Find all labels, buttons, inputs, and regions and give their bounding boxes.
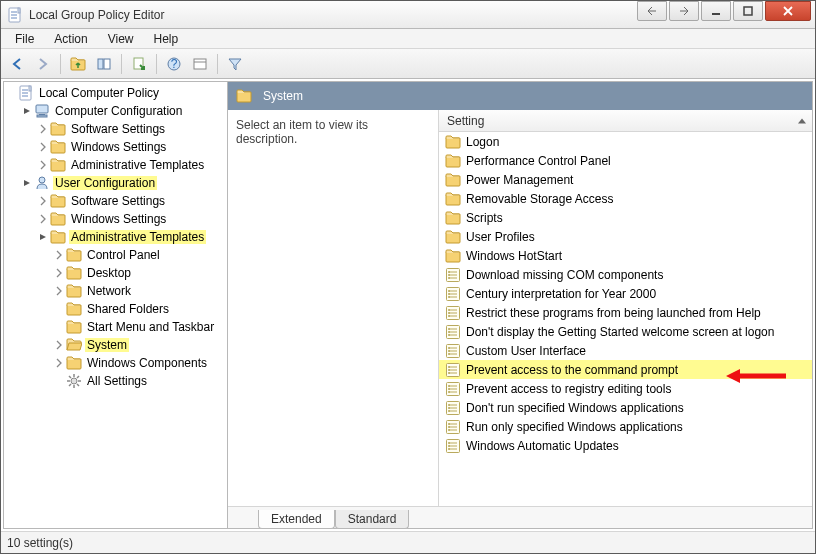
tree-shared-folders[interactable]: Shared Folders xyxy=(52,300,227,318)
folder-icon xyxy=(66,283,82,299)
folder-icon xyxy=(445,229,461,245)
window-title: Local Group Policy Editor xyxy=(29,8,637,22)
expander-icon[interactable] xyxy=(54,340,64,350)
list-item-label: Prevent access to registry editing tools xyxy=(464,382,673,396)
expander-icon[interactable] xyxy=(38,214,48,224)
expander-icon[interactable] xyxy=(6,88,16,98)
list-row[interactable]: Removable Storage Access xyxy=(439,189,812,208)
properties-button[interactable] xyxy=(188,52,212,76)
expander-icon[interactable] xyxy=(54,358,64,368)
list-row[interactable]: Run only specified Windows applications xyxy=(439,417,812,436)
expander-icon[interactable] xyxy=(38,232,48,242)
expander-icon[interactable] xyxy=(54,250,64,260)
setting-icon xyxy=(445,362,461,378)
folder-icon xyxy=(66,247,82,263)
folder-icon xyxy=(445,191,461,207)
list-row[interactable]: Prevent access to registry editing tools xyxy=(439,379,812,398)
svg-rect-27 xyxy=(98,59,103,69)
expander-icon[interactable] xyxy=(38,124,48,134)
list-item-label: Custom User Interface xyxy=(464,344,588,358)
list-row[interactable]: User Profiles xyxy=(439,227,812,246)
settings-list[interactable]: LogonPerformance Control PanelPower Mana… xyxy=(439,132,812,506)
tree-cc-software-settings[interactable]: Software Settings xyxy=(36,120,227,138)
list-item-label: Restrict these programs from being launc… xyxy=(464,306,763,320)
folder-icon xyxy=(445,134,461,150)
tree-network[interactable]: Network xyxy=(52,282,227,300)
toolbar: ? xyxy=(1,49,815,79)
minimize-button[interactable] xyxy=(701,1,731,21)
tree-cc-admin-templates[interactable]: Administrative Templates xyxy=(36,156,227,174)
computer-icon xyxy=(34,103,50,119)
tree-start-menu-taskbar[interactable]: Start Menu and Taskbar xyxy=(52,318,227,336)
tree-uc-windows-settings[interactable]: Windows Settings xyxy=(36,210,227,228)
tree-computer-configuration[interactable]: Computer Configuration xyxy=(20,102,227,120)
tree-uc-admin-templates[interactable]: Administrative Templates xyxy=(36,228,227,246)
setting-icon xyxy=(445,324,461,340)
folder-icon xyxy=(66,319,82,335)
expander-icon[interactable] xyxy=(22,178,32,188)
list-item-label: Don't display the Getting Started welcom… xyxy=(464,325,776,339)
tab-extended[interactable]: Extended xyxy=(258,510,335,529)
close-button[interactable] xyxy=(765,1,811,21)
list-row[interactable]: Power Management xyxy=(439,170,812,189)
tree-control-panel[interactable]: Control Panel xyxy=(52,246,227,264)
list-row[interactable]: Don't display the Getting Started welcom… xyxy=(439,322,812,341)
list-item-label: Scripts xyxy=(464,211,505,225)
list-row[interactable]: Logon xyxy=(439,132,812,151)
tree-label: System xyxy=(85,338,129,352)
show-hide-tree-button[interactable] xyxy=(92,52,116,76)
list-row[interactable]: Windows HotStart xyxy=(439,246,812,265)
main-area: Local Computer Policy Computer Configura… xyxy=(3,81,813,529)
expander-icon[interactable] xyxy=(54,268,64,278)
menu-help[interactable]: Help xyxy=(144,30,189,48)
tab-standard[interactable]: Standard xyxy=(335,510,410,529)
menu-view[interactable]: View xyxy=(98,30,144,48)
expander-icon[interactable] xyxy=(38,160,48,170)
folder-icon xyxy=(66,355,82,371)
help-button[interactable]: ? xyxy=(162,52,186,76)
list-row[interactable]: Century interpretation for Year 2000 xyxy=(439,284,812,303)
list-column-setting[interactable]: Setting xyxy=(439,110,812,132)
folder-icon xyxy=(50,121,66,137)
console-forward-button[interactable] xyxy=(669,1,699,21)
filter-button[interactable] xyxy=(223,52,247,76)
list-column-label: Setting xyxy=(447,114,484,128)
tree-label: Windows Settings xyxy=(69,212,168,226)
up-level-button[interactable] xyxy=(66,52,90,76)
list-row[interactable]: Download missing COM components xyxy=(439,265,812,284)
list-row[interactable]: Custom User Interface xyxy=(439,341,812,360)
tree-windows-components[interactable]: Windows Components xyxy=(52,354,227,372)
list-row[interactable]: Scripts xyxy=(439,208,812,227)
export-list-button[interactable] xyxy=(127,52,151,76)
console-back-button[interactable] xyxy=(637,1,667,21)
tree-label: Network xyxy=(85,284,133,298)
maximize-button[interactable] xyxy=(733,1,763,21)
tree-cc-windows-settings[interactable]: Windows Settings xyxy=(36,138,227,156)
list-row[interactable]: Restrict these programs from being launc… xyxy=(439,303,812,322)
description-pane: Select an item to view its description. xyxy=(228,110,438,506)
list-row[interactable]: Windows Automatic Updates xyxy=(439,436,812,455)
tree-system[interactable]: System xyxy=(52,336,227,354)
list-row[interactable]: Don't run specified Windows applications xyxy=(439,398,812,417)
nav-back-button[interactable] xyxy=(5,52,29,76)
setting-icon xyxy=(445,343,461,359)
tree-all-settings[interactable]: All Settings xyxy=(52,372,227,390)
tree-root[interactable]: Local Computer Policy xyxy=(4,84,227,102)
tree-user-configuration[interactable]: User Configuration xyxy=(20,174,227,192)
list-row[interactable]: Prevent access to the command prompt xyxy=(439,360,812,379)
right-header: System xyxy=(228,82,812,110)
nav-forward-button[interactable] xyxy=(31,52,55,76)
folder-icon xyxy=(236,88,252,104)
setting-icon xyxy=(445,438,461,454)
tree-pane[interactable]: Local Computer Policy Computer Configura… xyxy=(4,82,228,528)
tree-uc-software-settings[interactable]: Software Settings xyxy=(36,192,227,210)
list-row[interactable]: Performance Control Panel xyxy=(439,151,812,170)
setting-icon xyxy=(445,286,461,302)
menu-action[interactable]: Action xyxy=(44,30,97,48)
menu-file[interactable]: File xyxy=(5,30,44,48)
expander-icon[interactable] xyxy=(38,142,48,152)
tree-desktop[interactable]: Desktop xyxy=(52,264,227,282)
expander-icon[interactable] xyxy=(38,196,48,206)
expander-icon[interactable] xyxy=(54,286,64,296)
expander-icon[interactable] xyxy=(22,106,32,116)
